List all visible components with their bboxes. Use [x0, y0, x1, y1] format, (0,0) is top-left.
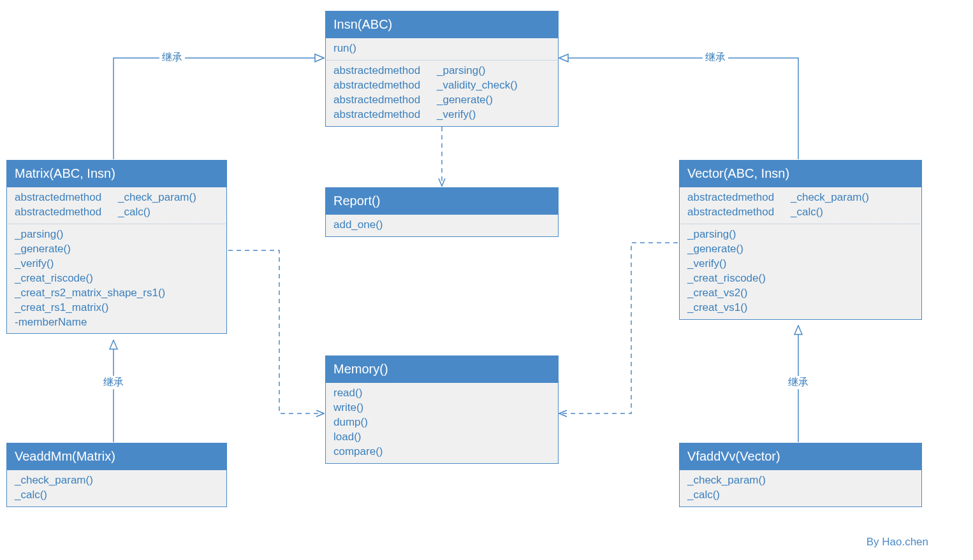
edge-label-vector-insn: 继承 — [703, 51, 728, 64]
matrix-m5: _creat_rs1_matrix() — [15, 301, 219, 315]
matrix-m6: -memberName — [15, 315, 219, 330]
class-vfaddvv: VfaddVv(Vector) _check_param() _calc() — [679, 443, 922, 507]
memory-m0: read() — [333, 386, 550, 401]
class-matrix-title: Matrix(ABC, Insn) — [7, 161, 226, 187]
class-report: Report() add_one() — [325, 187, 559, 237]
class-vector: Vector(ABC, Insn) abstractedmethod_check… — [679, 160, 922, 320]
matrix-abstract-1: abstractedmethod_calc() — [15, 205, 219, 220]
class-report-title: Report() — [326, 188, 558, 215]
vector-m0: _parsing() — [687, 227, 914, 242]
matrix-m0: _parsing() — [15, 227, 219, 242]
insn-run: run() — [333, 41, 550, 56]
memory-m1: write() — [333, 401, 550, 415]
report-m0: add_one() — [333, 218, 550, 233]
memory-m3: load() — [333, 430, 550, 445]
edge-label-veaddmm-matrix: 继承 — [101, 376, 126, 389]
memory-m4: compare() — [333, 445, 550, 459]
vector-m1: _generate() — [687, 242, 914, 257]
insn-abstract-3: abstractedmethod_verify() — [333, 108, 550, 122]
class-memory-title: Memory() — [326, 356, 558, 383]
class-veaddmm: VeaddMm(Matrix) _check_param() _calc() — [6, 443, 227, 507]
vfaddvv-m0: _check_param() — [687, 473, 914, 488]
matrix-m3: _creat_riscode() — [15, 271, 219, 286]
vfaddvv-m1: _calc() — [687, 488, 914, 503]
veaddmm-m0: _check_param() — [15, 473, 219, 488]
matrix-abstract-0: abstractedmethod_check_param() — [15, 190, 219, 205]
insn-abstract-0: abstractedmethod_parsing() — [333, 64, 550, 78]
matrix-m4: _creat_rs2_matrix_shape_rs1() — [15, 286, 219, 301]
vector-m5: _creat_vs1() — [687, 301, 914, 315]
vector-m4: _creat_vs2() — [687, 286, 914, 301]
vector-abstract-0: abstractedmethod_check_param() — [687, 190, 914, 205]
memory-m2: dump() — [333, 415, 550, 430]
class-insn-title: Insn(ABC) — [326, 11, 558, 38]
class-vfaddvv-title: VfaddVv(Vector) — [680, 443, 921, 470]
vector-abstract-1: abstractedmethod_calc() — [687, 205, 914, 220]
vector-m3: _creat_riscode() — [687, 271, 914, 286]
matrix-m1: _generate() — [15, 242, 219, 257]
insn-abstract-1: abstractedmethod_validity_check() — [333, 78, 550, 93]
class-veaddmm-title: VeaddMm(Matrix) — [7, 443, 226, 470]
class-matrix: Matrix(ABC, Insn) abstractedmethod_check… — [6, 160, 227, 334]
class-memory: Memory() read() write() dump() load() co… — [325, 355, 559, 464]
edge-label-vfaddvv-vector: 继承 — [786, 376, 811, 389]
class-vector-title: Vector(ABC, Insn) — [680, 161, 921, 187]
class-insn: Insn(ABC) run() abstractedmethod_parsing… — [325, 11, 559, 127]
edge-label-matrix-insn: 继承 — [159, 51, 185, 64]
matrix-m2: _verify() — [15, 257, 219, 271]
veaddmm-m1: _calc() — [15, 488, 219, 503]
credit-text: By Hao.chen — [867, 536, 928, 549]
insn-abstract-2: abstractedmethod_generate() — [333, 93, 550, 108]
vector-m2: _verify() — [687, 257, 914, 271]
